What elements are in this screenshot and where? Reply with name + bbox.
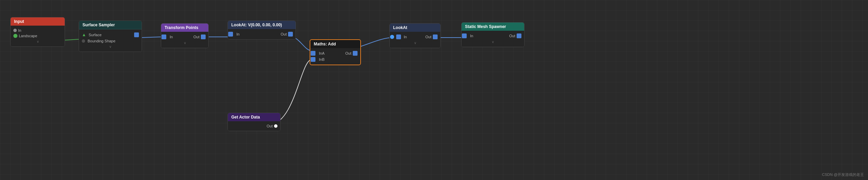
surface-sampler-chevron: ∨ xyxy=(82,44,139,50)
spawner-in-port[interactable] xyxy=(462,33,467,38)
transform-chevron: ∨ xyxy=(164,40,206,46)
input-node-in-row: In xyxy=(13,28,62,33)
input-node: Input In Landscape ∨ xyxy=(10,17,65,47)
get-actor-out-label: Out xyxy=(267,124,273,128)
static-mesh-spawner-body: In Out ∨ xyxy=(462,31,524,47)
spawner-out-label: Out xyxy=(509,34,515,38)
input-landscape-port[interactable] xyxy=(13,34,17,38)
watermark-text: CSDN @开发游戏的老王 xyxy=(822,172,864,177)
lookat-v-in-port[interactable] xyxy=(228,32,233,37)
maths-ina-label: InA xyxy=(319,51,325,55)
surface-sampler-surface-row: ▲ Surface xyxy=(82,31,139,38)
input-node-title: Input xyxy=(14,19,24,24)
bounding-icon: ◎ xyxy=(82,39,85,43)
lookat-in-port-circle[interactable] xyxy=(390,35,394,39)
static-mesh-spawner-title: Static Mesh Spawner xyxy=(465,24,506,29)
surface-icon: ▲ xyxy=(82,32,86,37)
bounding-label: Bounding Shape xyxy=(88,39,115,43)
maths-add-title: Maths: Add xyxy=(314,42,336,46)
lookat-in-port[interactable] xyxy=(396,34,401,39)
maths-add-inb-row: InB xyxy=(313,56,358,63)
transform-points-title: Transform Points xyxy=(165,25,198,30)
transform-points-header: Transform Points xyxy=(161,24,208,32)
get-actor-data-out-row: Out xyxy=(231,123,277,129)
maths-add-ina-row: InA Out xyxy=(313,50,358,56)
lookat-v-node: LookAt: V(0.00, 0.00, 0.00) In Out xyxy=(228,20,296,40)
lookat-v-in-label: In xyxy=(236,32,239,36)
lookat-out-port[interactable] xyxy=(433,34,438,39)
lookat-chevron: ∨ xyxy=(392,40,438,46)
transform-out-label: Out xyxy=(193,35,199,39)
maths-inb-label: InB xyxy=(319,57,325,61)
input-node-body: In Landscape ∨ xyxy=(11,26,65,46)
lookat-in-label: In xyxy=(404,35,407,39)
surface-sampler-bounding-row: ◎ Bounding Shape xyxy=(82,38,139,44)
surface-label: Surface xyxy=(89,33,102,37)
maths-add-header: Maths: Add xyxy=(310,40,360,48)
get-actor-data-node: Get Actor Data Out xyxy=(228,113,281,131)
get-actor-out-port[interactable] xyxy=(274,124,277,128)
input-landscape-label: Landscape xyxy=(19,34,37,38)
transform-points-row: In Out xyxy=(164,34,206,40)
lookat-v-out-port[interactable] xyxy=(288,32,293,37)
transform-out-port[interactable] xyxy=(201,34,206,39)
surface-out-port[interactable] xyxy=(134,32,139,37)
lookat-v-row: In Out xyxy=(231,31,293,37)
input-in-label: In xyxy=(18,28,21,32)
lookat-title: LookAt xyxy=(393,25,407,30)
static-mesh-spawner-node: Static Mesh Spawner In Out ∨ xyxy=(461,22,524,47)
lookat-body: In Out ∨ xyxy=(390,32,440,48)
lookat-v-header: LookAt: V(0.00, 0.00, 0.00) xyxy=(228,21,296,29)
surface-sampler-header: Surface Sampler xyxy=(79,21,142,29)
watermark: CSDN @开发游戏的老王 xyxy=(822,172,864,177)
input-node-landscape-row: Landscape xyxy=(13,33,62,39)
lookat-v-out-label: Out xyxy=(281,32,287,36)
get-actor-data-header: Get Actor Data xyxy=(228,113,280,121)
static-mesh-spawner-header: Static Mesh Spawner xyxy=(462,23,524,31)
static-mesh-spawner-row: In Out xyxy=(464,33,521,39)
input-in-port[interactable] xyxy=(13,29,17,32)
spawner-chevron: ∨ xyxy=(464,39,521,45)
transform-in-label: In xyxy=(170,35,173,39)
surface-sampler-body: ▲ Surface ◎ Bounding Shape ∨ xyxy=(79,29,142,52)
transform-points-body: In Out ∨ xyxy=(161,32,208,48)
spawner-in-label: In xyxy=(470,34,473,38)
input-chevron: ∨ xyxy=(13,39,62,44)
transform-points-node: Transform Points In Out ∨ xyxy=(161,23,209,48)
lookat-node: LookAt In Out ∨ xyxy=(389,23,441,48)
surface-sampler-node: Surface Sampler ▲ Surface ◎ Bounding Sha… xyxy=(79,20,142,52)
lookat-out-label: Out xyxy=(425,35,431,39)
lookat-v-body: In Out xyxy=(228,29,296,39)
lookat-header: LookAt xyxy=(390,24,440,32)
maths-add-body: InA Out InB xyxy=(310,48,360,65)
lookat-row: In Out xyxy=(392,34,438,40)
get-actor-data-body: Out xyxy=(228,121,280,131)
maths-out-port[interactable] xyxy=(353,51,358,56)
maths-out-label: Out xyxy=(345,51,351,55)
maths-ina-port[interactable] xyxy=(311,51,315,56)
spawner-out-port[interactable] xyxy=(517,33,521,38)
lookat-v-title: LookAt: V(0.00, 0.00, 0.00) xyxy=(231,23,282,27)
input-node-header: Input xyxy=(11,17,65,26)
surface-sampler-title: Surface Sampler xyxy=(82,23,115,27)
transform-in-port[interactable] xyxy=(161,34,166,39)
maths-inb-port[interactable] xyxy=(311,57,315,62)
maths-add-node: Maths: Add InA Out InB xyxy=(310,39,361,65)
get-actor-data-title: Get Actor Data xyxy=(231,115,260,120)
